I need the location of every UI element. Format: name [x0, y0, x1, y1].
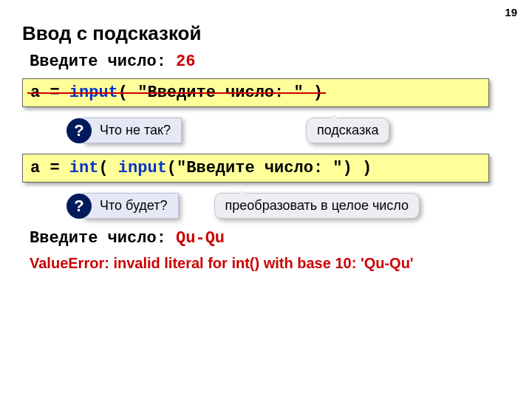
prompt-example-2: Введите число: Qu-Qu	[30, 229, 510, 248]
question-mark-icon: ?	[66, 194, 92, 219]
page-number: 19	[505, 6, 517, 18]
question-1-label: Что не так?	[83, 117, 182, 143]
prompt-value: Qu-Qu	[176, 229, 225, 248]
error-message: ValueError: invalid literal for int() wi…	[30, 255, 510, 272]
code-args: ("Введите число: ")	[167, 159, 352, 177]
question-2-label: Что будет?	[83, 193, 179, 219]
prompt-label: Введите число:	[30, 52, 176, 71]
callout-hint: подсказка	[306, 117, 389, 143]
code-box-1: a = input( "Введите число: " )	[22, 78, 489, 107]
question-row-2: ? Что будет? преобразовать в целое число	[66, 193, 510, 219]
slide-body: Ввод с подсказкой Введите число: 26 a = …	[0, 0, 532, 272]
slide-title: Ввод с подсказкой	[22, 22, 510, 45]
prompt-value: 26	[176, 52, 195, 71]
struck-code: a = input( "Введите число: " )	[30, 83, 323, 102]
code-fn-int: int	[69, 159, 99, 177]
code-args: ( "Введите число: " )	[118, 83, 323, 102]
code-var: a =	[30, 159, 69, 177]
code-paren: )	[352, 159, 372, 177]
code-box-2: a = int( input("Введите число: ") )	[22, 154, 489, 183]
prompt-label: Введите число:	[30, 229, 176, 248]
prompt-example-1: Введите число: 26	[30, 52, 510, 71]
code-paren: (	[98, 159, 117, 177]
code-var: a =	[30, 83, 69, 102]
code-fn-input: input	[118, 159, 167, 177]
callout-convert: преобразовать в целое число	[214, 193, 420, 219]
question-row-1: ? Что не так? подсказка	[66, 117, 510, 143]
question-mark-icon: ?	[66, 118, 92, 143]
code-fn-input: input	[69, 83, 118, 102]
